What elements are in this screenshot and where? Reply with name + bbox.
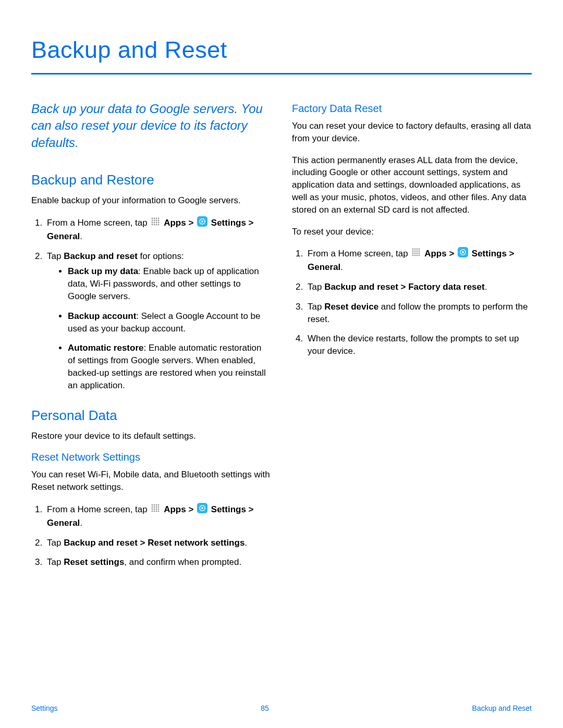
apps-label: Apps >	[424, 249, 457, 258]
svg-point-19	[152, 504, 153, 506]
svg-point-20	[154, 504, 155, 506]
list-item: When the device restarts, follow the pro…	[305, 332, 532, 357]
svg-point-25	[156, 507, 157, 508]
list-item: Automatic restore: Enable automatic rest…	[68, 342, 271, 391]
footer-left: Settings	[31, 704, 58, 712]
svg-point-2	[156, 218, 157, 219]
heading-backup-restore: Backup and Restore	[31, 172, 271, 188]
svg-point-56	[462, 251, 464, 253]
step-suffix: , and confirm when prompted.	[124, 557, 241, 567]
svg-point-3	[158, 218, 160, 219]
step-text: Tap	[308, 282, 324, 292]
svg-point-51	[414, 255, 416, 256]
list-item: Tap Backup and reset for options: Back u…	[45, 250, 271, 392]
svg-point-13	[154, 224, 155, 226]
svg-point-31	[152, 511, 153, 512]
step-text: Tap	[308, 302, 324, 312]
svg-point-33	[156, 511, 157, 512]
footer-page-number: 85	[261, 704, 269, 712]
list-item: Backup account: Select a Google Account …	[68, 310, 271, 335]
intro-text: Back up your data to Google servers. You…	[31, 101, 271, 151]
svg-point-45	[419, 251, 420, 252]
right-column: Factory Data Reset You can reset your de…	[292, 101, 532, 576]
step-suffix: for options:	[138, 251, 184, 261]
step-bold: Backup and reset > Factory data reset	[324, 282, 485, 292]
backup-restore-steps: From a Home screen, tap Apps > Settings …	[31, 216, 271, 392]
svg-point-5	[154, 220, 155, 221]
list-item: From a Home screen, tap Apps > Settings …	[45, 216, 271, 243]
svg-point-38	[412, 249, 414, 250]
list-item: Tap Reset device and follow the prompts …	[305, 301, 532, 326]
svg-point-52	[417, 255, 418, 256]
factory-reset-steps: From a Home screen, tap Apps > Settings …	[292, 247, 532, 357]
svg-point-10	[156, 222, 157, 224]
apps-icon	[411, 248, 421, 261]
svg-point-1	[154, 218, 155, 219]
step-text: Tap	[47, 251, 64, 261]
svg-point-6	[156, 220, 157, 221]
bullet-bold: Backup account	[68, 311, 136, 321]
step-bold: Backup and reset > Reset network setting…	[64, 538, 244, 548]
list-item: Back up my data: Enable back up of appli…	[68, 265, 271, 302]
step-bold: Reset device	[324, 302, 378, 312]
reset-network-steps: From a Home screen, tap Apps > Settings …	[31, 503, 271, 569]
footer-right: Backup and Reset	[472, 704, 532, 712]
svg-point-21	[156, 504, 157, 506]
period: .	[340, 262, 343, 272]
period: .	[80, 518, 82, 528]
svg-point-8	[152, 222, 153, 224]
svg-point-49	[419, 253, 420, 254]
svg-point-47	[414, 253, 416, 254]
svg-point-30	[158, 509, 160, 510]
step-text: From a Home screen, tap	[47, 504, 150, 514]
svg-point-43	[414, 251, 416, 252]
factory-reset-p2: This action permanently erases ALL data …	[292, 154, 532, 216]
svg-point-27	[152, 509, 153, 510]
svg-point-0	[152, 218, 153, 219]
left-column: Back up your data to Google servers. You…	[31, 101, 271, 576]
list-item: Tap Reset settings, and confirm when pro…	[45, 556, 271, 569]
bullet-bold: Automatic restore	[68, 343, 143, 353]
title-rule	[31, 73, 532, 75]
svg-point-41	[419, 249, 420, 250]
settings-icon	[458, 247, 468, 261]
bullet-bold: Back up my data	[68, 266, 138, 276]
svg-point-29	[156, 509, 157, 510]
personal-data-desc: Restore your device to its default setti…	[31, 430, 271, 442]
heading-factory-reset: Factory Data Reset	[292, 103, 532, 115]
svg-point-12	[152, 224, 153, 226]
apps-icon	[151, 503, 160, 516]
svg-point-48	[417, 253, 418, 254]
svg-point-24	[154, 507, 155, 508]
svg-point-14	[156, 224, 157, 226]
list-item: Tap Backup and reset > Factory data rese…	[305, 281, 532, 293]
svg-point-42	[412, 251, 414, 252]
factory-reset-p1: You can reset your device to factory def…	[292, 120, 532, 145]
step-text: From a Home screen, tap	[47, 218, 150, 228]
svg-point-26	[158, 507, 160, 508]
step-bold: Backup and reset	[64, 251, 138, 261]
svg-point-22	[158, 504, 160, 506]
svg-point-44	[417, 251, 418, 252]
apps-icon	[151, 217, 160, 230]
backup-restore-desc: Enable backup of your information to Goo…	[31, 194, 271, 207]
step-bold: Reset settings	[64, 557, 124, 567]
svg-point-37	[201, 507, 203, 509]
svg-point-11	[158, 222, 160, 224]
svg-point-9	[154, 222, 155, 224]
svg-point-46	[412, 253, 414, 254]
svg-point-40	[417, 249, 418, 250]
page-title: Backup and Reset	[31, 36, 532, 64]
svg-point-32	[154, 511, 155, 512]
svg-point-23	[152, 507, 153, 508]
svg-point-18	[201, 220, 203, 223]
step-suffix: .	[244, 538, 247, 548]
heading-reset-network: Reset Network Settings	[31, 451, 271, 463]
list-item: From a Home screen, tap Apps > Settings …	[45, 503, 271, 529]
step-text: Tap	[47, 538, 64, 548]
svg-point-53	[419, 255, 420, 256]
reset-network-desc: You can reset Wi-Fi, Mobile data, and Bl…	[31, 468, 271, 493]
period: .	[80, 231, 82, 241]
svg-point-50	[412, 255, 414, 256]
svg-point-28	[154, 509, 155, 510]
